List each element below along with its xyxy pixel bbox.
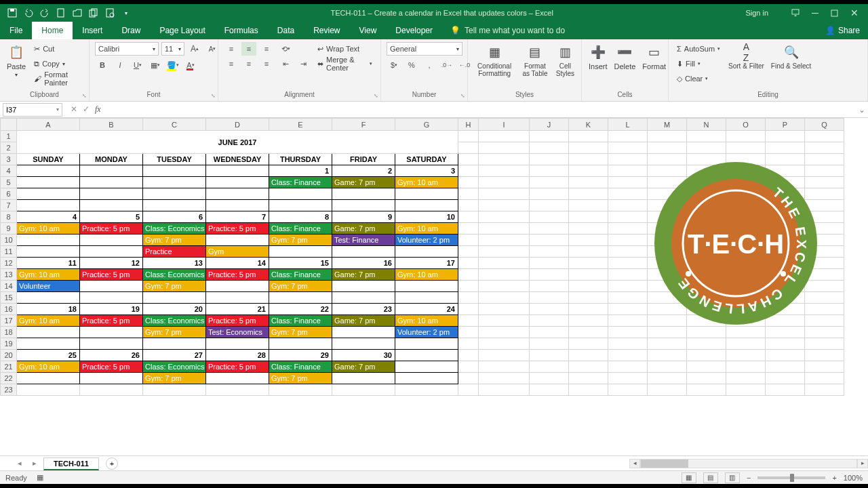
decrease-font-icon[interactable]: A▾ [205, 42, 220, 56]
merge-center-button[interactable]: ⬌Merge & Center▾ [315, 57, 375, 70]
underline-icon[interactable]: U▾ [130, 58, 145, 72]
clear-button[interactable]: ◇Clear▾ [674, 72, 723, 85]
zoom-in-icon[interactable]: + [832, 474, 836, 482]
tab-file[interactable]: File [0, 22, 32, 39]
orientation-icon[interactable]: ⟲▾ [278, 42, 293, 56]
share-button[interactable]: 👤 Share [825, 26, 860, 35]
new-icon[interactable] [56, 7, 66, 18]
zoom-level[interactable]: 100% [844, 474, 863, 482]
merge-label: Merge & Center [326, 56, 367, 72]
format-cells-button[interactable]: ▭Format [641, 42, 667, 72]
save-icon[interactable] [7, 7, 18, 18]
font-color-icon[interactable]: A▾ [183, 58, 198, 72]
name-box-value: I37 [6, 106, 16, 114]
number-format-value: General [390, 45, 416, 53]
fill-color-icon[interactable]: 🪣▾ [165, 58, 180, 72]
hscroll-left-icon[interactable]: ◂ [629, 459, 640, 468]
tab-view[interactable]: View [350, 22, 387, 39]
copy-icon[interactable] [88, 7, 99, 18]
accounting-icon[interactable]: $▾ [387, 58, 401, 72]
sheet-nav-next-icon[interactable]: ▸ [28, 459, 41, 468]
ribbon-options-icon[interactable] [791, 9, 800, 17]
tab-developer[interactable]: Developer [386, 22, 442, 39]
expand-formula-bar-icon[interactable]: ⌄ [856, 105, 868, 115]
comma-icon[interactable]: , [422, 58, 437, 72]
cut-button[interactable]: ✂Cut [31, 42, 83, 56]
cell-styles-button[interactable]: ▥Cell Styles [555, 42, 576, 79]
close-icon[interactable]: ✕ [850, 7, 859, 18]
clipboard-launcher-icon[interactable]: ⤡ [82, 93, 87, 99]
minimize-icon[interactable]: ─ [812, 7, 818, 18]
sheet-tab[interactable]: TECH-011 [43, 458, 99, 470]
zoom-slider[interactable] [757, 476, 825, 479]
number-format-select[interactable]: General▾ [387, 42, 462, 56]
font-size-select[interactable]: 11▾ [161, 42, 184, 56]
align-right-icon[interactable]: ≡ [259, 57, 274, 70]
sheet-nav-prev-icon[interactable]: ◂ [14, 459, 26, 468]
page-break-view-icon[interactable]: ▥ [725, 472, 740, 483]
tab-insert[interactable]: Insert [73, 22, 112, 39]
format-painter-button[interactable]: 🖌Format Painter [31, 72, 83, 85]
fx-icon[interactable]: fx [95, 104, 101, 115]
font-launcher-icon[interactable]: ⤡ [211, 93, 216, 99]
formula-input[interactable] [106, 103, 856, 117]
increase-indent-icon[interactable]: ⇥ [296, 57, 311, 70]
hscroll-track[interactable] [640, 459, 857, 468]
worksheet-grid[interactable]: ABCDEFGHIJKLMNOPQ1JUNE 201723SUNDAYMONDA… [0, 118, 868, 455]
font-name-select[interactable]: Calibri▾ [95, 42, 159, 56]
align-bottom-icon[interactable]: ≡ [259, 42, 274, 56]
tab-draw[interactable]: Draw [112, 22, 150, 39]
wrap-icon: ↩ [317, 45, 323, 54]
format-as-table-button[interactable]: ▤Format as Table [519, 42, 550, 79]
hscroll-thumb[interactable] [641, 460, 688, 468]
merge-icon: ⬌ [317, 60, 323, 68]
redo-icon[interactable] [39, 7, 50, 18]
qat-dropdown-icon[interactable]: ▾ [121, 7, 132, 18]
number-launcher-icon[interactable]: ⤡ [460, 93, 465, 99]
tab-page-layout[interactable]: Page Layout [150, 22, 214, 39]
italic-icon[interactable]: I [113, 58, 127, 72]
tab-home[interactable]: Home [32, 22, 73, 39]
page-layout-view-icon[interactable]: ▤ [703, 472, 718, 483]
fill-button[interactable]: ⬇Fill▾ [674, 57, 723, 70]
enter-formula-icon[interactable]: ✓ [83, 104, 90, 115]
delete-cells-button[interactable]: ➖Delete [613, 42, 637, 72]
bold-icon[interactable]: B [95, 58, 110, 72]
align-center-icon[interactable]: ≡ [241, 57, 256, 70]
macro-record-icon[interactable]: ▦ [37, 473, 43, 482]
align-middle-icon[interactable]: ≡ [241, 42, 256, 56]
alignment-launcher-icon[interactable]: ⤡ [374, 93, 378, 99]
sort-filter-button[interactable]: AZSort & Filter [727, 42, 766, 71]
sign-in-link[interactable]: Sign in [745, 9, 768, 17]
align-top-icon[interactable]: ≡ [224, 42, 239, 56]
print-preview-icon[interactable] [104, 7, 115, 18]
decrease-indent-icon[interactable]: ⇤ [278, 57, 293, 70]
tab-formulas[interactable]: Formulas [215, 22, 268, 39]
border-icon[interactable]: ▦▾ [148, 58, 163, 72]
find-select-button[interactable]: 🔍Find & Select [770, 42, 812, 71]
new-sheet-button[interactable]: + [106, 458, 118, 470]
paste-button[interactable]: 📋 Paste ▾ [5, 42, 27, 79]
hscroll-right-icon[interactable]: ▸ [857, 459, 868, 468]
copy-button[interactable]: ⧉Copy▾ [31, 57, 83, 70]
increase-decimal-icon[interactable]: .0→ [439, 58, 454, 72]
wrap-text-button[interactable]: ↩Wrap Text [315, 42, 375, 56]
maximize-icon[interactable] [831, 9, 838, 17]
conditional-formatting-button[interactable]: ▦Conditional Formatting [473, 42, 515, 79]
cancel-formula-icon[interactable]: ✕ [71, 104, 77, 115]
tell-me[interactable]: 💡 Tell me what you want to do [450, 26, 565, 35]
insert-cells-button[interactable]: ➕Insert [587, 42, 609, 72]
copy-label: Copy [42, 60, 60, 68]
undo-icon[interactable] [23, 7, 34, 18]
percent-icon[interactable]: % [404, 58, 419, 72]
cells-group-label: Cells [587, 89, 663, 100]
tab-review[interactable]: Review [304, 22, 349, 39]
align-left-icon[interactable]: ≡ [224, 57, 239, 70]
name-box[interactable]: I37▾ [3, 103, 62, 117]
normal-view-icon[interactable]: ▦ [682, 472, 696, 483]
tab-data[interactable]: Data [268, 22, 304, 39]
open-icon[interactable] [72, 7, 83, 18]
autosum-button[interactable]: ΣAutoSum▾ [674, 42, 723, 56]
zoom-out-icon[interactable]: − [747, 474, 751, 482]
increase-font-icon[interactable]: A▴ [187, 42, 202, 56]
